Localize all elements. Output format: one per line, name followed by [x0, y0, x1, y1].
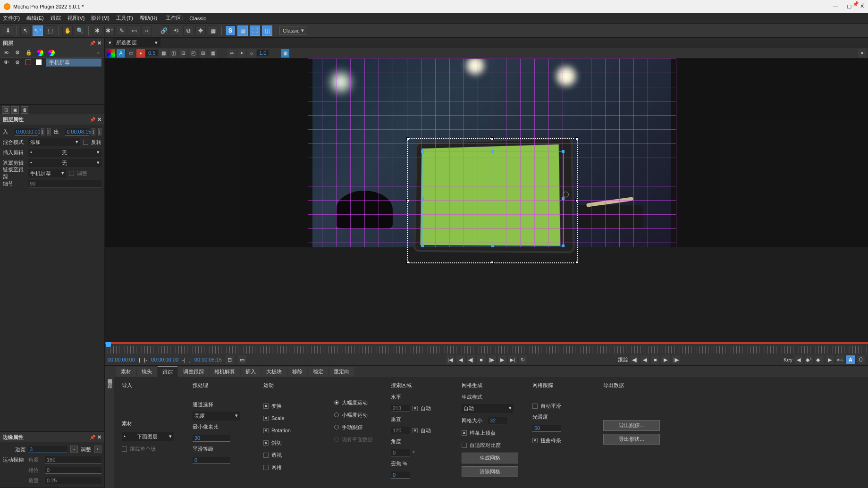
generate-mesh-button[interactable]: 生成网格 — [462, 453, 518, 463]
export-shape-button[interactable]: 导出形状... — [603, 434, 660, 445]
subdivision-value[interactable]: 90 — [28, 180, 101, 187]
workspace-value[interactable]: Classic — [189, 16, 206, 21]
tab-clip[interactable]: 素材 — [116, 367, 136, 377]
menu-file[interactable]: 文件(F) — [3, 15, 20, 22]
smoothness-value[interactable]: 50 — [532, 425, 561, 432]
matte-color-swatch[interactable] — [36, 59, 42, 65]
stop-button[interactable]: ■ — [477, 355, 486, 364]
tab-adjust[interactable]: 调整跟踪 — [178, 367, 209, 377]
spline-vis-toggle[interactable]: ◫ — [169, 49, 177, 58]
clear-mesh-button[interactable]: 清除网格 — [462, 466, 518, 477]
in-point-timecode[interactable]: 00:00:00:00 — [151, 357, 178, 362]
goto-start-button[interactable]: |◀ — [446, 355, 455, 364]
mesh-vis-toggle[interactable]: ▦ — [209, 49, 217, 58]
vert-value[interactable]: 120 — [391, 427, 410, 434]
delete-layer-button[interactable]: 🗑 — [21, 106, 28, 114]
track-fwd-one-button[interactable]: |▶ — [672, 355, 680, 364]
shear-checkbox[interactable] — [263, 440, 269, 446]
small-motion-radio[interactable] — [334, 412, 339, 417]
alpha-toggle[interactable]: A — [117, 49, 125, 58]
tab-lens[interactable]: 镜头 — [137, 367, 157, 377]
bracket-in-set[interactable]: [- — [144, 357, 147, 362]
track-back-button[interactable]: ◀ — [640, 355, 649, 364]
duplicate-layer-button[interactable]: ⿻ — [2, 106, 9, 114]
expand-surface[interactable]: ⛶ — [250, 25, 260, 36]
blend-dropdown[interactable]: 添加▾ — [28, 138, 80, 146]
select-add-tool[interactable]: ↖⁺ — [33, 25, 43, 36]
surface-toggle[interactable]: S — [225, 25, 236, 36]
layer-row[interactable]: 👁 ⚙ 手机屏幕 — [0, 58, 104, 67]
set-out-button[interactable]: ] — [98, 128, 101, 135]
bracket-in[interactable]: [ — [139, 357, 140, 362]
pin-icon[interactable]: 📌 — [90, 435, 95, 440]
play-back-button[interactable]: ◀ — [456, 355, 465, 364]
prev-key-button[interactable]: ◀ — [794, 355, 803, 364]
stabilize-toggle[interactable]: ⇔ — [228, 49, 236, 58]
genmode-dropdown[interactable]: 自动▾ — [462, 404, 514, 413]
matte-color-icon[interactable] — [48, 50, 55, 56]
meshsize-value[interactable]: 32 — [488, 417, 507, 424]
large-motion-radio[interactable] — [334, 400, 339, 405]
grid-vis-toggle[interactable]: ⊞ — [199, 49, 207, 58]
del-all-keys-button[interactable]: ALL — [836, 355, 844, 364]
maximize-button[interactable]: ▢ — [847, 3, 851, 9]
tab-insert[interactable]: 插入 — [241, 367, 261, 377]
pin-icon[interactable]: 📌 — [90, 117, 95, 122]
mesh-toggle[interactable]: ◫ — [262, 25, 272, 36]
transform-tool[interactable]: ⧉ — [183, 25, 194, 36]
trace-toggle[interactable]: ✦ — [237, 49, 246, 58]
tangent-vis-toggle[interactable]: ⊡ — [179, 49, 187, 58]
step-back-button[interactable]: ◀| — [467, 355, 475, 364]
opacity-value[interactable]: 0.5 — [146, 50, 158, 56]
horiz-value[interactable]: 213 — [391, 405, 410, 412]
manual-radio[interactable] — [334, 425, 339, 429]
timeline[interactable]: 00:00:00:00 [ [- 00:00:00:00 -] ] 00:00:… — [105, 342, 868, 365]
close-panel-icon[interactable]: ✕ — [861, 1, 865, 7]
layer-name[interactable]: 手机屏幕 — [46, 59, 101, 67]
track-fwd-button[interactable]: ▶ — [661, 355, 670, 364]
gear-icon[interactable]: ⚙ — [14, 50, 21, 56]
autokey-button[interactable]: A — [846, 355, 855, 364]
matte-clip-dropdown[interactable]: •无▾ — [28, 159, 101, 167]
surface-vis-toggle[interactable]: ◰ — [189, 49, 197, 58]
insert-clip-dropdown[interactable]: •无▾ — [28, 149, 101, 157]
adjust-checkbox[interactable] — [69, 171, 74, 176]
close-panel-icon[interactable]: ✕ — [97, 40, 101, 46]
uberkey-button[interactable]: Ü — [857, 355, 865, 364]
layer-select-dropdown[interactable]: 所选图层▾ — [113, 38, 160, 47]
vert-auto-checkbox[interactable] — [413, 428, 418, 433]
warp-checkbox[interactable] — [532, 438, 538, 443]
link-track-dropdown[interactable]: 手机屏幕▾ — [28, 169, 66, 177]
eye-icon[interactable]: 👁 — [3, 59, 9, 66]
tab-remove[interactable]: 移除 — [287, 367, 307, 377]
layer-vis-toggle[interactable]: ▦ — [159, 49, 168, 58]
lock-icon[interactable]: 🔒 — [25, 50, 32, 56]
mesh-checkbox[interactable] — [263, 465, 269, 470]
tab-camera[interactable]: 相机解算 — [210, 367, 240, 377]
width-plus-button[interactable]: + — [94, 446, 101, 453]
out-point-timecode[interactable]: 00:00:08:15 — [194, 357, 222, 362]
rgb-toggle[interactable] — [107, 49, 115, 58]
zoom-timeline-button[interactable]: ⊟ — [226, 355, 234, 364]
grid-tool[interactable]: ▦ — [208, 25, 218, 36]
track-stop-button[interactable]: ■ — [651, 355, 659, 364]
adaptive-checkbox[interactable] — [462, 443, 467, 448]
horiz-auto-checkbox[interactable] — [413, 406, 418, 411]
spline-color-swatch[interactable] — [25, 59, 31, 65]
xspline-add-tool[interactable]: ✱⁺ — [104, 25, 115, 36]
loop-button[interactable]: ↻ — [519, 355, 527, 364]
smooth-value[interactable]: 0 — [193, 457, 230, 464]
play-fwd-button[interactable]: ▶ — [498, 355, 506, 364]
input-clip-dropdown[interactable]: •下面图层▾ — [122, 432, 174, 441]
gear-icon[interactable]: ⚙ — [14, 59, 21, 66]
minpixel-value[interactable]: 30 — [193, 435, 230, 442]
menu-help[interactable]: 帮助(H) — [140, 15, 157, 22]
zoom-tool[interactable]: 🔍 — [75, 25, 85, 36]
goto-end-button[interactable]: ▶| — [508, 355, 517, 364]
scale-checkbox[interactable] — [263, 416, 269, 421]
select-tool[interactable]: ↖ — [20, 25, 31, 36]
next-key-button[interactable]: ▶ — [826, 355, 834, 364]
perspective-checkbox[interactable] — [263, 453, 269, 458]
move-tool[interactable]: ✥ — [195, 25, 206, 36]
channel-dropdown[interactable]: 亮度▾ — [193, 412, 240, 421]
